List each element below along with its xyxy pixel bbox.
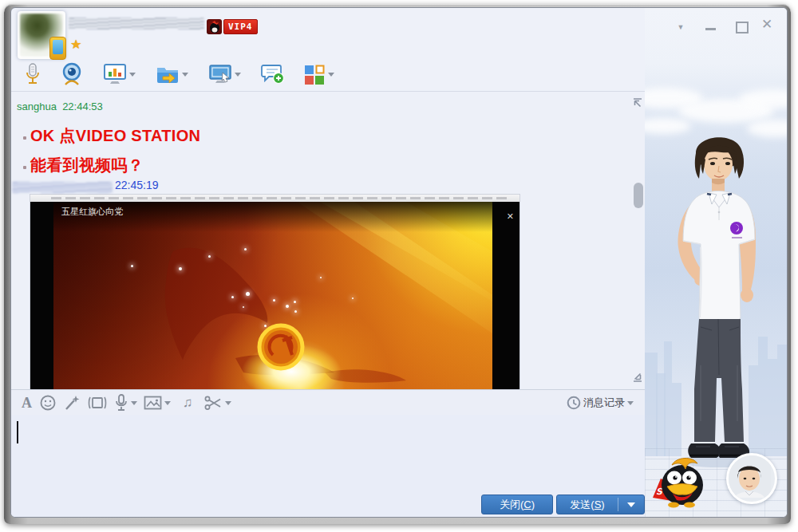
minimize-button[interactable]: [702, 21, 720, 33]
video-player: 五星红旗心向党 ✕: [30, 202, 519, 389]
vip-level-label: VIP4: [223, 19, 258, 34]
remote-desktop-button[interactable]: [207, 62, 243, 87]
folder-send-icon: [156, 64, 180, 85]
qq-chat-window: S: [4, 4, 791, 524]
blurred-url-text: [51, 197, 510, 199]
close-label-end: ): [531, 499, 535, 510]
message-time: 22:45:19: [115, 179, 159, 191]
qq-show-avatar-man[interactable]: [654, 126, 779, 474]
scroll-to-top-button[interactable]: [631, 97, 644, 108]
message-input-area[interactable]: [11, 415, 645, 488]
scroll-to-bottom-button[interactable]: [631, 372, 644, 383]
remote-monitor-icon: [208, 64, 232, 85]
webcam-icon: [61, 62, 83, 87]
vip-penguin-icon: [207, 19, 222, 34]
screenshot-dropdown[interactable]: [225, 401, 231, 408]
music-note-icon: ♫: [183, 396, 193, 409]
sender-name: sanghua: [17, 100, 57, 112]
self-photo-avatar[interactable]: [726, 453, 777, 504]
footer-bar: 关闭(C) 发送(S): [11, 488, 645, 517]
file-transfer-dropdown[interactable]: [182, 73, 188, 80]
send-button[interactable]: 发送(S): [557, 495, 618, 514]
send-label-end: ): [601, 499, 604, 510]
sender-name-blurred: [12, 182, 113, 193]
mobile-online-icon: [49, 37, 66, 60]
shake-window-icon: [87, 394, 108, 412]
scissors-icon: [203, 394, 223, 412]
video-frame: 五星红旗心向党: [53, 202, 492, 389]
party-emblem-icon: [255, 321, 306, 372]
emoticon-button[interactable]: [39, 394, 57, 412]
qq-penguin-mascot[interactable]: S: [650, 455, 709, 509]
call-toolbar: [11, 57, 645, 92]
mic-small-icon: [113, 393, 129, 412]
chat-history-area[interactable]: sanghua 22:44:53 OK 点VIDEO STATION 能看到视频…: [11, 92, 645, 389]
close-hotkey: C: [523, 499, 531, 510]
send-hotkey: S: [595, 499, 602, 510]
message-history-label: 消息记录: [583, 396, 625, 410]
message-bullet: [23, 166, 26, 169]
magic-wand-icon: [62, 394, 81, 412]
text-cursor: [17, 421, 18, 443]
close-window-button[interactable]: ✕: [758, 16, 776, 33]
peer-avatar[interactable]: [18, 11, 65, 59]
video-title: 五星红旗心向党: [61, 206, 123, 218]
font-icon: A: [20, 396, 34, 410]
apps-dropdown[interactable]: [328, 73, 334, 80]
dropdown-arrow-icon: [627, 502, 635, 511]
vip-badge[interactable]: VIP4: [207, 19, 258, 34]
send-options-dropdown[interactable]: [618, 495, 644, 514]
embedded-image-message[interactable]: 五星红旗心向党 ✕: [30, 195, 519, 389]
message-text: OK 点VIDEO STATION: [30, 125, 200, 147]
file-transfer-button[interactable]: [154, 62, 190, 86]
screen-demo-dropdown[interactable]: [129, 73, 136, 80]
window-menu-button[interactable]: ▼: [673, 21, 689, 33]
composer-toolbar: A: [11, 389, 645, 415]
font-style-button[interactable]: A: [20, 396, 34, 410]
history-dropdown[interactable]: [627, 401, 634, 408]
voice-dropdown[interactable]: [131, 401, 137, 408]
music-share-button[interactable]: ♫: [183, 396, 193, 409]
clock-icon: [567, 396, 581, 410]
send-split-button: 发送(S): [556, 495, 645, 514]
photo-portrait: [728, 455, 771, 498]
maximize-button[interactable]: [733, 19, 750, 33]
window-content: S: [10, 7, 788, 518]
magic-expression-button[interactable]: [62, 394, 81, 412]
favorite-star-icon[interactable]: ★: [70, 37, 81, 52]
send-image-button[interactable]: [143, 394, 171, 412]
microphone-icon: [23, 62, 42, 87]
window-nudge-button[interactable]: [87, 394, 108, 412]
presentation-monitor-icon: [103, 63, 127, 85]
peer-name-blurred: [69, 18, 204, 30]
image-icon: [143, 394, 163, 412]
close-chat-button[interactable]: 关闭(C): [481, 495, 553, 514]
new-message-button[interactable]: [259, 61, 286, 87]
apps-grid-icon: [303, 64, 326, 85]
close-label: 关闭(: [500, 498, 523, 512]
screenshot-button[interactable]: [203, 394, 231, 412]
message-history-button[interactable]: 消息记录: [567, 396, 634, 410]
message-time: 22:44:53: [62, 100, 103, 112]
message-header: sanghua 22:44:53: [17, 100, 103, 112]
voice-record-button[interactable]: [113, 393, 137, 412]
message-bullet: [23, 136, 26, 140]
message-plus-icon: [261, 63, 285, 85]
video-close-icon[interactable]: ✕: [507, 212, 514, 220]
smiley-icon: [39, 394, 57, 412]
qq-show-panel: S: [645, 8, 787, 517]
screen-demo-button[interactable]: [101, 61, 137, 87]
chat-scrollbar-thumb[interactable]: [634, 183, 643, 208]
open-apps-button[interactable]: [302, 62, 336, 87]
message-text: 能看到视频吗？: [30, 155, 144, 176]
video-call-button[interactable]: [59, 61, 85, 89]
voice-call-button[interactable]: [22, 61, 44, 89]
send-label: 发送(: [570, 498, 594, 512]
remote-desktop-dropdown[interactable]: [235, 73, 241, 80]
image-dropdown[interactable]: [164, 401, 171, 408]
